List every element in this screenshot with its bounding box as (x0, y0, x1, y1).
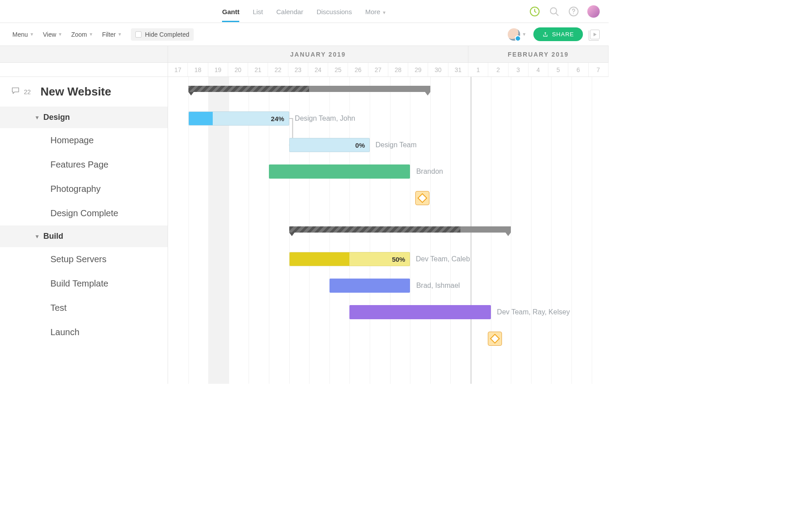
day-header: 5 (548, 63, 568, 76)
view-dropdown[interactable]: View▼ (43, 31, 62, 38)
day-header: 19 (208, 63, 228, 76)
day-header: 1 (468, 63, 488, 76)
gantt-bar[interactable]: Brandon (269, 164, 410, 179)
day-header: 30 (428, 63, 448, 76)
user-avatar[interactable] (587, 5, 600, 18)
day-header: 21 (248, 63, 268, 76)
task-row[interactable]: Design Complete (0, 201, 168, 225)
milestone[interactable] (488, 332, 502, 346)
group-name: Design (43, 113, 70, 122)
task-row[interactable]: Build Template (0, 271, 168, 296)
caret-down-icon: ▼ (382, 10, 387, 15)
day-header: 26 (348, 63, 368, 76)
menu-dropdown[interactable]: Menu▼ (12, 31, 34, 38)
day-header: 6 (568, 63, 588, 76)
month-header: JANUARY 2019 (168, 46, 468, 62)
task-row[interactable]: Setup Servers (0, 247, 168, 271)
svg-point-3 (573, 13, 574, 14)
assignees-label: Brad, Ishmael (410, 279, 460, 293)
milestone[interactable] (415, 191, 429, 205)
caret-down-icon: ▼ (30, 32, 34, 37)
group-row[interactable]: ▼Build (0, 225, 168, 247)
gantt-bar[interactable]: Dev Team, Ray, Kelsey (349, 305, 490, 319)
people-dropdown[interactable]: ▼ (508, 28, 526, 41)
present-button[interactable] (590, 30, 600, 39)
month-header: FEBRUARY 2019 (468, 46, 609, 62)
day-header: 4 (529, 63, 548, 76)
project-title: New Website (41, 85, 111, 99)
help-icon[interactable] (568, 6, 579, 17)
group-name: Build (43, 232, 63, 241)
share-button[interactable]: SHARE (533, 27, 583, 41)
gantt-bar[interactable]: 24%Design Team, John (188, 111, 289, 126)
comment-icon[interactable] (11, 86, 20, 98)
filter-label: Filter (102, 31, 116, 38)
summary-bar[interactable] (188, 86, 430, 92)
share-icon (542, 31, 548, 38)
assignees-label: Dev Team, Ray, Kelsey (491, 305, 570, 319)
gantt-timeline[interactable]: JANUARY 2019FEBRUARY 2019 17181920212223… (168, 46, 609, 384)
day-header: 24 (308, 63, 328, 76)
gantt-bar[interactable]: 0%Design Team (289, 138, 370, 152)
task-row[interactable]: Launch (0, 320, 168, 344)
gantt-bar[interactable]: Brad, Ishmael (329, 279, 410, 293)
day-header: 3 (509, 63, 529, 76)
hide-completed-label: Hide Completed (145, 31, 189, 38)
day-header: 17 (168, 63, 188, 76)
group-row[interactable]: ▼Design (0, 107, 168, 128)
view-label: View (43, 31, 56, 38)
caret-down-icon: ▼ (34, 115, 40, 121)
diamond-icon (490, 334, 500, 344)
share-label: SHARE (552, 31, 574, 38)
task-sidebar: 22 New Website ▼DesignHomepageFeatures P… (0, 46, 168, 384)
task-row[interactable]: Homepage (0, 128, 168, 153)
day-header: 18 (188, 63, 208, 76)
tab-discussions[interactable]: Discussions (317, 1, 352, 22)
diamond-icon (417, 193, 427, 203)
progress-text: 50% (392, 256, 405, 263)
day-header: 7 (589, 63, 609, 76)
progress-text: 24% (271, 115, 284, 122)
hide-completed-toggle[interactable]: Hide Completed (131, 28, 194, 41)
day-header: 29 (408, 63, 428, 76)
day-header: 22 (268, 63, 288, 76)
top-nav: GanttListCalendarDiscussionsMore▼ (0, 0, 609, 23)
tab-calendar[interactable]: Calendar (276, 1, 303, 22)
assignees-label: Brandon (410, 164, 443, 179)
task-row[interactable]: Features Page (0, 153, 168, 177)
caret-down-icon: ▼ (522, 32, 526, 37)
comment-count: 22 (24, 88, 31, 96)
zoom-label: Zoom (71, 31, 87, 38)
zoom-dropdown[interactable]: Zoom▼ (71, 31, 93, 38)
tab-more[interactable]: More▼ (365, 1, 387, 22)
activity-icon[interactable] (529, 6, 540, 17)
day-header: 28 (388, 63, 408, 76)
checkbox-icon (135, 31, 142, 38)
tab-gantt[interactable]: Gantt (222, 1, 239, 22)
task-row[interactable]: Test (0, 296, 168, 320)
assignees-label: Dev Team, Caleb (410, 252, 470, 266)
search-icon[interactable] (548, 6, 560, 17)
day-header: 20 (228, 63, 248, 76)
caret-down-icon: ▼ (89, 32, 93, 37)
toolbar: Menu▼ View▼ Zoom▼ Filter▼ Hide Completed… (0, 23, 609, 46)
assignees-label: Design Team (369, 138, 417, 152)
caret-down-icon: ▼ (34, 233, 40, 240)
caret-down-icon: ▼ (58, 32, 62, 37)
summary-bar[interactable] (289, 226, 511, 233)
day-header: 25 (328, 63, 348, 76)
project-row[interactable]: 22 New Website (0, 77, 168, 107)
tab-list[interactable]: List (253, 1, 263, 22)
day-header: 2 (488, 63, 508, 76)
play-icon (593, 32, 597, 37)
gantt-bar[interactable]: 50%Dev Team, Caleb (289, 252, 410, 266)
task-row[interactable]: Photography (0, 177, 168, 201)
day-header: 23 (288, 63, 308, 76)
menu-label: Menu (12, 31, 28, 38)
caret-down-icon: ▼ (118, 32, 122, 37)
filter-dropdown[interactable]: Filter▼ (102, 31, 122, 38)
assignees-label: Design Team, John (289, 112, 356, 125)
progress-text: 0% (355, 141, 365, 149)
person-avatar (508, 28, 520, 41)
day-header: 31 (448, 63, 468, 76)
